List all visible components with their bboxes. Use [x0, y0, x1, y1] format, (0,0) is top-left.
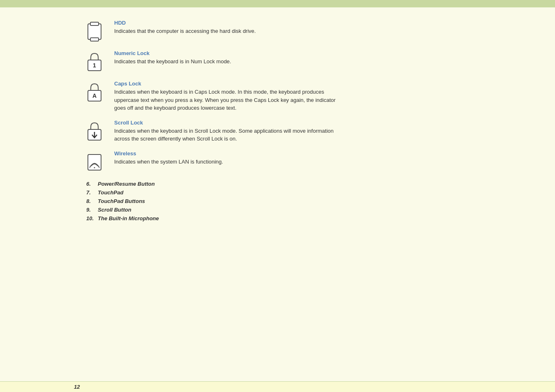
- numeric-lock-desc: Indicates that the keyboard is in Num Lo…: [114, 58, 337, 66]
- top-bar: [0, 0, 555, 7]
- indicator-section: HDD Indicates that the computer is acces…: [82, 20, 337, 173]
- list-item-10: 10. The Built-in Microphone: [86, 215, 337, 221]
- hdd-icon: [85, 21, 104, 43]
- hdd-row: HDD Indicates that the computer is acces…: [82, 20, 337, 43]
- scroll-lock-icon: [85, 120, 104, 143]
- scroll-lock-row: Scroll Lock Indicates when the keyboard …: [82, 120, 337, 143]
- caps-lock-icon-container: A: [82, 81, 107, 104]
- list-num-10: 10.: [86, 215, 98, 221]
- wireless-text: Wireless Indicates when the system LAN i…: [114, 150, 337, 166]
- list-item-9: 9. Scroll Button: [86, 207, 337, 213]
- scroll-lock-title: Scroll Lock: [114, 120, 337, 126]
- list-label-10: The Built-in Microphone: [98, 215, 159, 221]
- wireless-desc: Indicates when the system LAN is functio…: [114, 158, 337, 166]
- list-num-7: 7.: [86, 189, 98, 196]
- svg-rect-1: [90, 22, 99, 25]
- list-label-9: Scroll Button: [98, 207, 131, 213]
- svg-text:1: 1: [93, 62, 96, 69]
- list-label-8: TouchPad Buttons: [98, 198, 145, 204]
- caps-lock-icon: A: [85, 81, 104, 104]
- caps-lock-row: A Caps Lock Indicates when the keyboard …: [82, 81, 337, 112]
- numeric-lock-row: 1 Numeric Lock Indicates that the keyboa…: [82, 50, 337, 73]
- wireless-row: Wireless Indicates when the system LAN i…: [82, 150, 337, 173]
- caps-lock-title: Caps Lock: [114, 81, 337, 87]
- svg-point-10: [94, 167, 95, 168]
- caps-lock-text: Caps Lock Indicates when the keyboard is…: [114, 81, 337, 112]
- hdd-title: HDD: [114, 20, 337, 26]
- svg-rect-0: [88, 24, 101, 39]
- list-section: 6. Power/Resume Button 7. TouchPad 8. To…: [82, 181, 337, 221]
- svg-rect-2: [90, 38, 99, 41]
- numeric-lock-text: Numeric Lock Indicates that the keyboard…: [114, 50, 337, 66]
- wireless-icon-container: [82, 151, 107, 173]
- scroll-lock-text: Scroll Lock Indicates when the keyboard …: [114, 120, 337, 143]
- scroll-lock-icon-container: [82, 120, 107, 143]
- caps-lock-desc: Indicates when the keyboard is in Caps L…: [114, 88, 337, 112]
- numeric-lock-title: Numeric Lock: [114, 50, 337, 56]
- numeric-lock-icon-container: 1: [82, 51, 107, 73]
- bottom-bar: 12: [0, 381, 555, 392]
- hdd-icon-container: [82, 21, 107, 43]
- page-content: HDD Indicates that the computer is acces…: [0, 7, 370, 249]
- list-num-9: 9.: [86, 207, 98, 213]
- list-item-8: 8. TouchPad Buttons: [86, 198, 337, 204]
- wireless-icon: [85, 151, 104, 173]
- numeric-lock-icon: 1: [85, 51, 104, 73]
- list-item-6: 6. Power/Resume Button: [86, 181, 337, 187]
- list-item-7: 7. TouchPad: [86, 189, 337, 196]
- wireless-title: Wireless: [114, 150, 337, 157]
- hdd-desc: Indicates that the computer is accessing…: [114, 27, 337, 35]
- page-number: 12: [74, 384, 80, 390]
- list-label-6: Power/Resume Button: [98, 181, 155, 187]
- list-label-7: TouchPad: [98, 189, 123, 196]
- scroll-lock-desc: Indicates when the keyboard is in Scroll…: [114, 127, 337, 143]
- hdd-text: HDD Indicates that the computer is acces…: [114, 20, 337, 35]
- svg-text:A: A: [92, 92, 97, 99]
- list-num-8: 8.: [86, 198, 98, 204]
- list-num-6: 6.: [86, 181, 98, 187]
